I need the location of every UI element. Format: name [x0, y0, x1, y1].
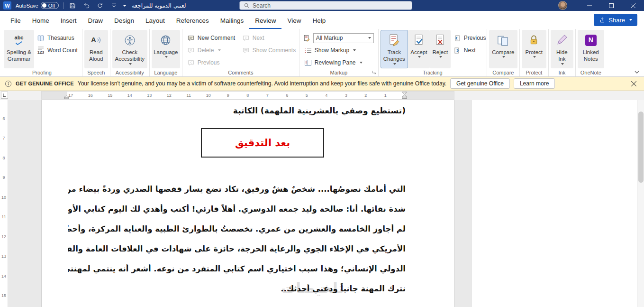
get-genuine-office-button[interactable]: Get genuine Office: [450, 78, 510, 89]
group-proofing: abc Spelling & Grammar Thesaurus 123: [2, 29, 82, 76]
vertical-ruler[interactable]: 6789101112131415: [0, 100, 8, 307]
tab-insert[interactable]: Insert: [55, 13, 82, 29]
hide-ink-button[interactable]: Hide Ink: [551, 30, 573, 68]
vertical-scrollbar[interactable]: [637, 100, 644, 307]
share-button[interactable]: Share: [594, 14, 637, 26]
language-button[interactable]: Language: [152, 30, 180, 68]
horizontal-ruler-bar: 1234567891011121314151617: [0, 91, 644, 100]
tab-mailings[interactable]: Mailings: [215, 13, 250, 29]
titlebar-right: [558, 0, 644, 11]
group-comments: New Comment Delete Previous: [182, 29, 299, 76]
close-warning-button[interactable]: [628, 78, 639, 89]
markup-dialog-launcher[interactable]: [371, 69, 377, 75]
tab-draw[interactable]: Draw: [82, 13, 109, 29]
group-ink: Hide Ink Ink: [549, 29, 576, 76]
ruler-number: 10: [0, 187, 8, 207]
save-button[interactable]: [68, 0, 77, 11]
ribbon-tab-bar: File Home Insert Draw Design Layout Refe…: [0, 11, 644, 29]
genuine-office-warning-bar: GET GENUINE OFFICE Your license isn't ge…: [0, 77, 644, 91]
next-change-icon: [453, 47, 462, 55]
previous-change-button[interactable]: Previous: [451, 33, 485, 43]
word-count-icon: 123: [36, 47, 45, 55]
collapse-ribbon-button[interactable]: [634, 70, 640, 74]
customize-quick-access-toolbar-button[interactable]: [109, 0, 118, 11]
linked-notes-button[interactable]: N Linked Notes: [578, 30, 604, 68]
display-for-review-select[interactable]: All Markup: [313, 33, 374, 43]
accept-icon: [413, 34, 425, 47]
document-title[interactable]: لعنتي الدموية للمراجعة: [132, 2, 186, 9]
tab-view[interactable]: View: [281, 13, 307, 29]
accept-button[interactable]: Accept: [408, 30, 430, 68]
chevron-down-icon: [165, 56, 168, 59]
thesaurus-button[interactable]: Thesaurus: [34, 33, 80, 43]
left-indent-marker-icon: [64, 95, 69, 99]
read-aloud-button[interactable]: A Read Aloud: [84, 30, 108, 68]
left-indent-marker[interactable]: [64, 95, 69, 99]
tab-help[interactable]: Help: [307, 13, 332, 29]
ruler-number: 12: [0, 227, 8, 247]
tab-home[interactable]: Home: [27, 13, 55, 29]
minimize-button[interactable]: [579, 0, 600, 11]
learn-more-button[interactable]: Learn more: [514, 78, 555, 89]
tab-references[interactable]: References: [171, 13, 215, 29]
show-comments-button[interactable]: Show Comments: [239, 45, 297, 56]
tab-design[interactable]: Design: [109, 13, 140, 29]
delete-comment-button[interactable]: Delete: [184, 45, 239, 56]
thesaurus-icon: [36, 34, 45, 42]
compare-button[interactable]: Compare: [489, 30, 517, 68]
chevron-down-icon: [439, 56, 442, 59]
autosave-toggle[interactable]: AutoSave Off: [16, 2, 59, 9]
undo-button[interactable]: [82, 0, 91, 11]
track-changes-button[interactable]: Track Changes: [381, 30, 408, 68]
scrollbar-thumb[interactable]: [638, 112, 644, 183]
user-avatar[interactable]: [558, 1, 567, 10]
horizontal-ruler[interactable]: 1234567891011121314151617: [42, 92, 454, 99]
next-comment-button[interactable]: Next: [239, 33, 297, 43]
doc-title-chevron-icon[interactable]: [123, 5, 127, 9]
group-label-onenote: OneNote: [578, 68, 604, 76]
indent-marker[interactable]: [401, 92, 408, 99]
tab-layout[interactable]: Layout: [140, 13, 171, 29]
quick-access-toolbar: W AutoSave Off لعنتي الدموية للمراجعة: [0, 0, 186, 11]
group-label-accessibility: Accessibility: [112, 68, 147, 76]
paragraph-line: شدة نقائها. أنا: صالحة وليد جمعه الدوسري…: [68, 199, 406, 219]
reviewing-pane-button[interactable]: Reviewing Pane: [301, 57, 376, 68]
ruler-number: 12: [159, 92, 179, 99]
spelling-grammar-button[interactable]: abc Spelling & Grammar: [4, 30, 34, 68]
chevron-down-icon: [533, 56, 536, 59]
group-protect: Protect Protect: [520, 29, 549, 76]
reviewing-pane-icon: [304, 59, 312, 67]
previous-comment-button[interactable]: Previous: [184, 57, 239, 68]
proofread-stamp-box[interactable]: بعد التدقيق: [201, 128, 324, 158]
display-for-review-row: All Markup: [301, 33, 376, 43]
close-button[interactable]: [622, 0, 644, 11]
maximize-icon: [609, 3, 614, 8]
protect-button[interactable]: Protect: [522, 30, 546, 68]
ruler-number: 4: [317, 92, 336, 99]
ruler-number: 6: [0, 109, 8, 129]
page-2[interactable]: [472, 100, 637, 307]
paragraph-line: التي أمامك نصوصُها.... شخصٌ هشٌ ورقيق، ت…: [68, 179, 406, 199]
chevron-down-icon: [368, 37, 371, 40]
page-1[interactable]: تلخيصات (تستطيع وصفي بالعشرينية الملهمة)…: [42, 100, 454, 307]
word-logo-icon[interactable]: W: [3, 1, 11, 9]
divider: [63, 2, 63, 9]
page-content: (تستطيع وصفي بالعشرينية الملهمة) الكاتبة…: [42, 100, 454, 299]
tab-file[interactable]: File: [5, 13, 27, 29]
group-accessibility: Check Accessibility Accessibility: [110, 29, 150, 76]
ruler-number: 16: [81, 92, 100, 99]
next-change-button[interactable]: Next: [451, 45, 485, 56]
chevron-down-icon: [634, 70, 640, 74]
search-box[interactable]: Search: [239, 1, 412, 10]
reject-button[interactable]: Reject: [430, 30, 451, 68]
show-markup-button[interactable]: Show Markup: [301, 45, 376, 56]
autosave-label: AutoSave: [16, 3, 38, 9]
maximize-button[interactable]: [600, 0, 622, 11]
redo-button[interactable]: [95, 0, 105, 11]
tab-review[interactable]: Review: [249, 13, 281, 29]
word-count-button[interactable]: 123 Word Count: [34, 45, 80, 56]
check-accessibility-button[interactable]: Check Accessibility: [112, 30, 147, 68]
new-comment-button[interactable]: New Comment: [184, 33, 239, 43]
ruler-number: 11: [179, 92, 199, 99]
tab-stop-selector[interactable]: [1, 92, 8, 99]
